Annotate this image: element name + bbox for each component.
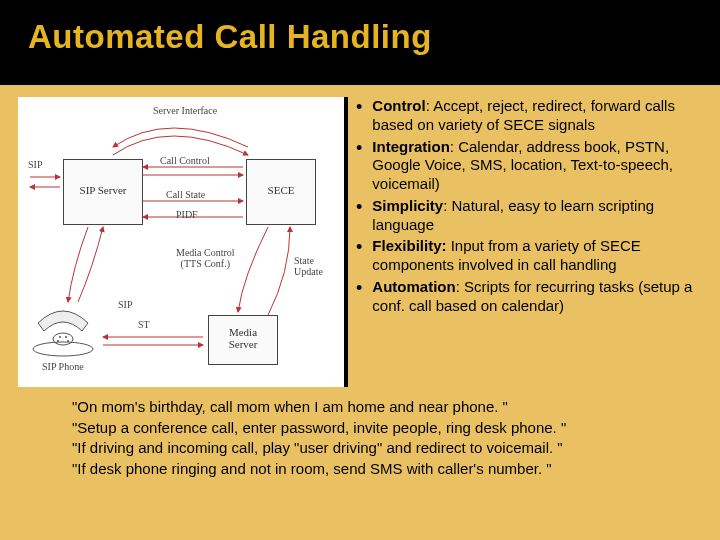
bullet-text: Flexibility: Input from a variety of SEC… (372, 237, 696, 275)
label-server-interface: Server Interface (153, 105, 217, 116)
label-call-control: Call Control (160, 155, 210, 166)
bullet-text: Simplicity: Natural, easy to learn scrip… (372, 197, 696, 235)
bullet-icon: • (356, 279, 362, 297)
label-state-update: State Update (294, 255, 323, 277)
example-quotes: "On mom's birthday, call mom when I am h… (0, 395, 720, 478)
box-media-server: Media Server (208, 315, 278, 365)
list-item: • Simplicity: Natural, easy to learn scr… (356, 197, 696, 235)
svg-point-4 (57, 340, 59, 342)
list-item: • Control: Accept, reject, redirect, for… (356, 97, 696, 135)
box-sece: SECE (246, 159, 316, 225)
architecture-diagram: Server Interface SIP SIP Server Call Con… (18, 97, 348, 387)
bullet-icon: • (356, 139, 362, 157)
quote-line: "If driving and incoming call, play "use… (72, 438, 680, 458)
label-sip: SIP (28, 159, 42, 170)
quote-line: "If desk phone ringing and not in room, … (72, 459, 680, 479)
svg-point-0 (33, 342, 93, 356)
quote-line: "On mom's birthday, call mom when I am h… (72, 397, 680, 417)
svg-point-1 (53, 333, 73, 345)
bullet-list: • Control: Accept, reject, redirect, for… (354, 97, 702, 387)
bullet-text: Control: Accept, reject, redirect, forwa… (372, 97, 696, 135)
list-item: • Flexibility: Input from a variety of S… (356, 237, 696, 275)
bullet-icon: • (356, 98, 362, 116)
label-slp: SIP (118, 299, 132, 310)
label-pidf: PIDF (176, 209, 198, 220)
content-row: Server Interface SIP SIP Server Call Con… (0, 85, 720, 395)
svg-point-5 (67, 340, 69, 342)
label-sip-phone: SIP Phone (42, 361, 84, 372)
label-st: ST (138, 319, 150, 330)
bullet-text: Integration: Calendar, address book, PST… (372, 138, 696, 194)
label-media-control: Media Control (TTS Conf.) (176, 247, 235, 269)
label-call-state: Call State (166, 189, 205, 200)
quote-line: "Setup a conference call, enter password… (72, 418, 680, 438)
svg-point-2 (59, 336, 61, 338)
content-panel: Server Interface SIP SIP Server Call Con… (0, 85, 720, 540)
list-item: • Automation: Scripts for recurring task… (356, 278, 696, 316)
slide-title: Automated Call Handling (0, 0, 720, 62)
svg-point-3 (65, 336, 67, 338)
phone-icon (28, 305, 98, 357)
slide: Automated Call Handling (0, 0, 720, 540)
bullet-icon: • (356, 238, 362, 256)
bullet-text: Automation: Scripts for recurring tasks … (372, 278, 696, 316)
bullet-icon: • (356, 198, 362, 216)
list-item: • Integration: Calendar, address book, P… (356, 138, 696, 194)
box-sip-server: SIP Server (63, 159, 143, 225)
